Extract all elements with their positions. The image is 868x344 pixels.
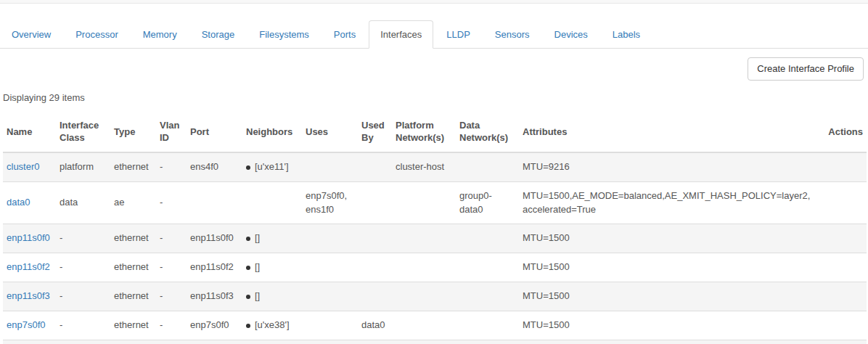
items-count-label: Displaying 29 items [3, 92, 864, 103]
column-header-used-by: Used By [358, 112, 392, 152]
neighbors-value: [] [255, 261, 260, 272]
attributes-cell: MTU=1500 [519, 224, 823, 253]
table-row: enp11s0f3 - ethernet - enp11s0f3 [] MTU=… [3, 282, 867, 311]
name-cell: enp7s0f1 [3, 340, 56, 344]
tab-ports[interactable]: Ports [322, 20, 367, 49]
interface-class-cell: - [56, 311, 110, 340]
column-header-type: Type [110, 112, 156, 152]
tab-label[interactable]: Storage [190, 20, 247, 49]
actions-cell [823, 152, 867, 181]
uses-cell [302, 340, 358, 344]
table-row: enp11s0f2 - ethernet - enp11s0f2 [] MTU=… [3, 253, 867, 282]
table-row: enp7s0f1 - ethernet - enp7s0f1 [] MTU=15… [3, 340, 867, 344]
tab-sensors[interactable]: Sensors [483, 20, 541, 49]
used-by-cell [358, 282, 392, 311]
tab-label[interactable]: Overview [0, 20, 62, 49]
uses-cell [302, 152, 358, 181]
port-cell: enp7s0f1 [187, 340, 242, 344]
tab-label[interactable]: Processor [64, 20, 130, 49]
tab-interfaces[interactable]: Interfaces [369, 20, 433, 49]
interface-name-link[interactable]: enp7s0f0 [7, 319, 46, 330]
column-header-attributes: Attributes [519, 112, 823, 152]
uses-cell [302, 311, 358, 340]
type-cell: ae [110, 181, 156, 224]
platform-networks-cell [392, 340, 456, 344]
name-cell: enp11s0f3 [3, 282, 56, 311]
tab-label[interactable]: Devices [543, 20, 599, 49]
name-cell: data0 [3, 181, 56, 224]
interfaces-table-body: cluster0 platform ethernet - ens4f0 [u'x… [3, 152, 867, 344]
actions-cell [823, 282, 867, 311]
interface-class-cell: - [56, 340, 110, 344]
data-networks-cell: group0-data0 [456, 181, 519, 224]
neighbors-cell: [u'xe11'] [242, 152, 302, 181]
table-header: Name Interface Class Type Vlan ID Port N… [3, 112, 867, 152]
tab-memory[interactable]: Memory [131, 20, 189, 49]
platform-networks-cell [392, 224, 456, 253]
tab-processor[interactable]: Processor [64, 20, 130, 49]
column-header-port: Port [187, 112, 242, 152]
tab-label[interactable]: Interfaces [369, 20, 433, 49]
neighbors-value: [u'xe38'] [255, 319, 290, 330]
tab-filesystems[interactable]: Filesystems [247, 20, 321, 49]
interface-class-cell: platform [56, 152, 110, 181]
status-dot-icon [246, 266, 250, 270]
column-header-name: Name [3, 112, 56, 152]
platform-networks-cell [392, 311, 456, 340]
attributes-cell: MTU=1500 [519, 282, 823, 311]
interface-name-link[interactable]: enp11s0f0 [7, 232, 50, 243]
name-cell: enp11s0f0 [3, 224, 56, 253]
tab-lldp[interactable]: LLDP [435, 20, 482, 49]
interface-class-cell: - [56, 224, 110, 253]
create-interface-profile-button[interactable]: Create Interface Profile [748, 57, 864, 81]
interfaces-table: Name Interface Class Type Vlan ID Port N… [3, 112, 867, 344]
tab-bar: OverviewProcessorMemoryStorageFilesystem… [0, 20, 868, 49]
used-by-cell [358, 152, 392, 181]
column-header-vlan-id: Vlan ID [156, 112, 187, 152]
table-row: enp11s0f0 - ethernet - enp11s0f0 [] MTU=… [3, 224, 867, 253]
tab-label[interactable]: Memory [131, 20, 189, 49]
status-dot-icon [246, 165, 250, 170]
platform-networks-cell [392, 282, 456, 311]
tab-label[interactable]: Filesystems [247, 20, 321, 49]
neighbors-value: [] [255, 290, 260, 301]
interface-name-link[interactable]: enp11s0f2 [7, 261, 50, 272]
tab-overview[interactable]: Overview [0, 20, 62, 49]
platform-networks-cell [392, 253, 456, 282]
interface-class-cell: data [56, 181, 110, 224]
platform-networks-cell [392, 181, 456, 224]
tab-label[interactable]: LLDP [435, 20, 482, 49]
tab-labels[interactable]: Labels [601, 20, 652, 49]
toolbar: Create Interface Profile [3, 57, 864, 81]
neighbors-cell: [] [242, 253, 302, 282]
tab-label[interactable]: Ports [322, 20, 367, 49]
tab-devices[interactable]: Devices [543, 20, 599, 49]
interface-name-link[interactable]: cluster0 [7, 161, 40, 172]
port-cell: enp11s0f0 [187, 224, 242, 253]
interface-name-link[interactable]: data0 [7, 197, 30, 208]
tab-label[interactable]: Labels [601, 20, 652, 49]
actions-cell [823, 253, 867, 282]
name-cell: enp11s0f2 [3, 253, 56, 282]
vlan-id-cell: - [156, 340, 187, 344]
interface-name-link[interactable]: enp11s0f3 [7, 290, 50, 301]
data-networks-cell [456, 152, 519, 181]
type-cell: ethernet [110, 311, 156, 340]
uses-cell [302, 253, 358, 282]
attributes-cell: MTU=1500 [519, 311, 823, 340]
data-networks-cell [456, 311, 519, 340]
actions-cell [823, 340, 867, 344]
type-cell: ethernet [110, 282, 156, 311]
data-networks-cell [456, 253, 519, 282]
column-header-actions: Actions [823, 112, 867, 152]
data-networks-cell [456, 224, 519, 253]
tab-label[interactable]: Sensors [483, 20, 541, 49]
attributes-cell: MTU=1500,AE_MODE=balanced,AE_XMIT_HASH_P… [519, 181, 823, 224]
type-cell: ethernet [110, 152, 156, 181]
tab-storage[interactable]: Storage [190, 20, 247, 49]
neighbors-value: [] [255, 232, 260, 243]
uses-cell [302, 282, 358, 311]
type-cell: ethernet [110, 340, 156, 344]
type-cell: ethernet [110, 224, 156, 253]
vlan-id-cell: - [156, 282, 187, 311]
